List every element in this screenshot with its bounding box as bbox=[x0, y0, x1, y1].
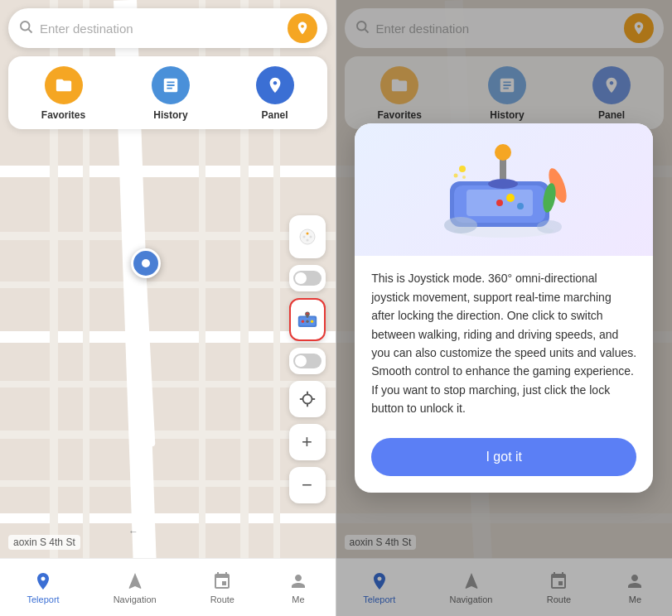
toggle-switch-1[interactable] bbox=[293, 271, 321, 286]
modal-overlay: This is Joystick mode. 360° omni-directi… bbox=[336, 0, 673, 616]
history-action[interactable]: History bbox=[152, 66, 190, 121]
joystick-mode-button[interactable] bbox=[289, 298, 326, 341]
svg-rect-11 bbox=[306, 314, 307, 317]
got-it-button[interactable]: I got it bbox=[371, 438, 636, 476]
street-label-left: aoxin S 4th St bbox=[8, 535, 80, 550]
joystick-button[interactable] bbox=[289, 215, 326, 258]
search-placeholder: Enter destination bbox=[40, 22, 288, 36]
nav-teleport-label-left: Teleport bbox=[27, 594, 60, 604]
toggle-switch-2[interactable] bbox=[293, 354, 321, 368]
modal-illustration bbox=[355, 123, 653, 256]
nav-navigation-left[interactable]: Navigation bbox=[114, 571, 157, 604]
favorites-label: Favorites bbox=[41, 109, 85, 121]
toggle-knob-2 bbox=[295, 355, 307, 367]
svg-line-1 bbox=[28, 29, 31, 32]
right-panel: Enter destination Favorites History bbox=[336, 0, 673, 616]
location-marker bbox=[131, 248, 161, 278]
search-icon bbox=[18, 19, 33, 38]
zoom-out-button[interactable]: − bbox=[289, 467, 326, 503]
svg-point-15 bbox=[302, 395, 312, 404]
svg-point-33 bbox=[462, 176, 466, 179]
svg-point-27 bbox=[506, 194, 515, 202]
joystick-svg bbox=[421, 136, 587, 243]
joystick-modal: This is Joystick mode. 360° omni-directi… bbox=[355, 123, 653, 492]
svg-point-37 bbox=[444, 217, 477, 233]
panel-icon bbox=[256, 66, 294, 104]
svg-point-26 bbox=[496, 200, 503, 206]
left-panel: Enter destination Favorites History bbox=[0, 0, 336, 616]
map-controls: + − bbox=[289, 215, 326, 503]
svg-point-3 bbox=[306, 233, 308, 235]
nav-me-left[interactable]: Me bbox=[288, 571, 308, 604]
zoom-in-button[interactable]: + bbox=[289, 424, 326, 460]
nav-navigation-label-left: Navigation bbox=[114, 594, 157, 604]
bottom-nav-left: Teleport Navigation Route Me bbox=[0, 558, 336, 616]
svg-point-34 bbox=[454, 174, 458, 178]
panel-label: Panel bbox=[262, 109, 288, 121]
svg-point-6 bbox=[309, 236, 312, 238]
search-bar[interactable]: Enter destination bbox=[8, 8, 327, 48]
quick-actions: Favorites History Panel bbox=[8, 56, 327, 129]
svg-point-4 bbox=[306, 239, 308, 242]
svg-point-12 bbox=[301, 320, 303, 323]
svg-point-28 bbox=[517, 203, 524, 209]
svg-point-0 bbox=[21, 22, 30, 31]
toggle-knob-1 bbox=[295, 272, 307, 284]
favorites-icon bbox=[45, 66, 83, 104]
panel-action[interactable]: Panel bbox=[256, 66, 294, 121]
modal-text: This is Joystick mode. 360° omni-directi… bbox=[371, 269, 636, 417]
svg-point-2 bbox=[300, 229, 315, 244]
nav-route-label-left: Route bbox=[210, 594, 234, 604]
svg-point-38 bbox=[537, 220, 562, 233]
nav-me-label-left: Me bbox=[292, 594, 304, 604]
crosshair-button[interactable] bbox=[289, 381, 326, 417]
location-marker-inner bbox=[142, 259, 150, 267]
svg-point-30 bbox=[495, 144, 511, 161]
orange-button[interactable] bbox=[288, 13, 317, 43]
svg-point-13 bbox=[306, 320, 308, 323]
svg-point-5 bbox=[302, 236, 305, 238]
svg-point-31 bbox=[488, 179, 518, 189]
nav-teleport-left[interactable]: Teleport bbox=[27, 571, 60, 604]
history-label: History bbox=[153, 109, 187, 121]
minus-icon: − bbox=[302, 474, 312, 496]
nav-route-left[interactable]: Route bbox=[210, 571, 234, 604]
svg-point-14 bbox=[310, 320, 312, 323]
history-icon bbox=[152, 66, 190, 104]
modal-body: This is Joystick mode. 360° omni-directi… bbox=[355, 256, 653, 427]
svg-point-32 bbox=[459, 166, 466, 172]
joystick-toggle-2[interactable] bbox=[289, 348, 326, 374]
arrow-indicator: ← bbox=[128, 526, 138, 537]
plus-icon: + bbox=[302, 431, 312, 453]
joystick-toggle-1[interactable] bbox=[289, 265, 326, 291]
favorites-action[interactable]: Favorites bbox=[41, 66, 85, 121]
